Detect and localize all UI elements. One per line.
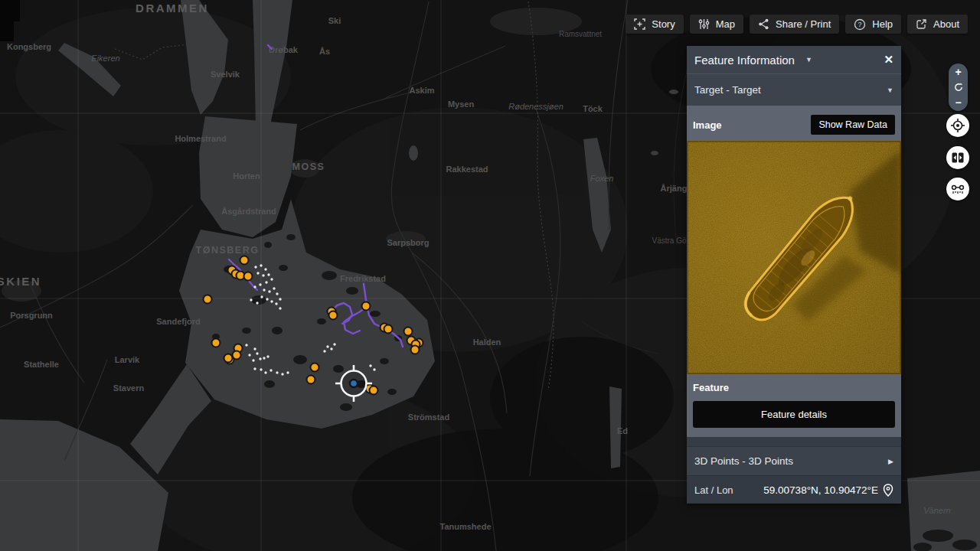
share-print-label: Share / Print: [776, 18, 831, 30]
track-dot: [286, 371, 289, 373]
map-label: Ramsvattnet: [559, 30, 602, 38]
target-marker[interactable]: [411, 346, 420, 354]
image-section: Image Show Raw Data: [687, 106, 901, 437]
map-label: Holmestrand: [175, 134, 226, 143]
help-button[interactable]: ? Help: [845, 15, 901, 34]
reset-view-button[interactable]: [954, 83, 963, 92]
map-label: Kongsberg: [7, 42, 51, 51]
map-label: Tanumshede: [439, 522, 491, 531]
split-view-button[interactable]: [946, 146, 969, 169]
feature-section-label: Feature: [693, 382, 729, 393]
map-label: Svelvik: [211, 70, 240, 79]
track-dot: [256, 302, 258, 304]
target-marker[interactable]: [362, 302, 371, 311]
location-pin-icon[interactable]: [883, 484, 893, 497]
track-dot: [260, 368, 262, 370]
track-dot: [264, 371, 266, 373]
track-dot: [270, 369, 272, 371]
help-label: Help: [872, 18, 893, 30]
map-label: Sandefjord: [156, 317, 200, 326]
track-dot: [266, 298, 268, 300]
track-dot: [263, 289, 265, 291]
measure-button[interactable]: [946, 178, 969, 201]
track-dot: [279, 307, 281, 309]
story-label: Story: [652, 18, 675, 30]
close-icon[interactable]: ✕: [884, 53, 893, 67]
map-label: Ski: [328, 16, 341, 25]
zoom-out-button[interactable]: −: [955, 98, 961, 107]
about-label: About: [933, 18, 959, 30]
map-label: DRAMMEN: [136, 2, 209, 15]
track-dot: [270, 300, 273, 302]
image-section-label: Image: [693, 119, 722, 131]
target-marker[interactable]: [404, 328, 413, 336]
measure-icon: [950, 181, 965, 197]
map-label: Stavern: [113, 383, 145, 393]
track-dot: [259, 357, 261, 360]
target-marker[interactable]: [244, 272, 253, 281]
track-dot: [253, 285, 256, 288]
about-button[interactable]: About: [907, 15, 968, 34]
target-marker[interactable]: [307, 376, 315, 384]
story-button[interactable]: Story: [626, 15, 683, 34]
panel-title: Feature Information: [694, 54, 795, 67]
track-dot: [254, 266, 256, 268]
map-label: Ås: [319, 47, 330, 56]
target-marker[interactable]: [204, 295, 212, 304]
track-dot: [259, 283, 261, 285]
target-marker[interactable]: [384, 325, 393, 334]
latlon-row: Lat / Lon 59.00738°N, 10.90472°E: [687, 475, 901, 504]
layer-selector-label: Target - Target: [694, 84, 761, 96]
sonar-image[interactable]: [687, 141, 901, 374]
layer-selector[interactable]: Target - Target ▼: [687, 74, 901, 106]
map-label: Vänern: [923, 506, 950, 515]
map-label: Larvik: [115, 355, 140, 364]
track-dot: [250, 298, 252, 301]
track-dot: [264, 268, 266, 270]
map-label: Halden: [473, 337, 501, 347]
external-link-icon: [916, 18, 927, 30]
track-dot: [245, 344, 247, 346]
track-dot: [256, 352, 258, 354]
track-dot: [333, 343, 335, 345]
map-label: Västra Gö: [652, 236, 686, 245]
target-marker[interactable]: [370, 386, 378, 395]
split-view-icon: [951, 151, 965, 165]
map-label: Drøbak: [269, 45, 299, 54]
track-dot: [270, 278, 273, 280]
track-dot: [273, 287, 275, 289]
show-raw-data-button[interactable]: Show Raw Data: [811, 115, 895, 135]
target-marker[interactable]: [212, 339, 220, 347]
track-dot: [263, 357, 265, 359]
map-label: Fredrikstad: [340, 274, 386, 283]
feature-details-button[interactable]: Feature details: [693, 401, 895, 428]
locate-button[interactable]: [946, 114, 969, 137]
share-icon: [758, 18, 769, 30]
top-toolbar: Story Map Share / Print: [626, 15, 968, 34]
map-label: Foxen: [590, 174, 614, 183]
map-label: Askim: [409, 86, 434, 95]
track-dot: [253, 347, 256, 350]
map-button[interactable]: Map: [690, 15, 743, 34]
sliders-icon: [698, 18, 710, 30]
track-dot: [260, 295, 263, 298]
track-dot: [248, 354, 250, 356]
map-label: Årjäng: [661, 184, 688, 193]
share-print-button[interactable]: Share / Print: [750, 15, 839, 34]
track-dot: [266, 355, 269, 357]
locate-icon: [950, 118, 965, 133]
map-label: Eikeren: [91, 54, 119, 63]
map-label: Strömstad: [408, 412, 449, 422]
story-icon: [634, 18, 645, 30]
zoom-in-button[interactable]: +: [955, 67, 961, 77]
target-marker[interactable]: [329, 311, 338, 320]
panel-collapse-caret-icon[interactable]: ▼: [805, 56, 812, 64]
track-dot: [330, 347, 332, 350]
target-marker[interactable]: [311, 364, 319, 372]
map-label: Stathelle: [24, 360, 59, 369]
map-label: Töck: [583, 104, 603, 113]
target-marker[interactable]: [240, 256, 249, 265]
track-dot: [267, 273, 270, 276]
target-marker[interactable]: [224, 354, 233, 363]
points-row[interactable]: 3D Points - 3D Points ▶: [687, 446, 901, 475]
